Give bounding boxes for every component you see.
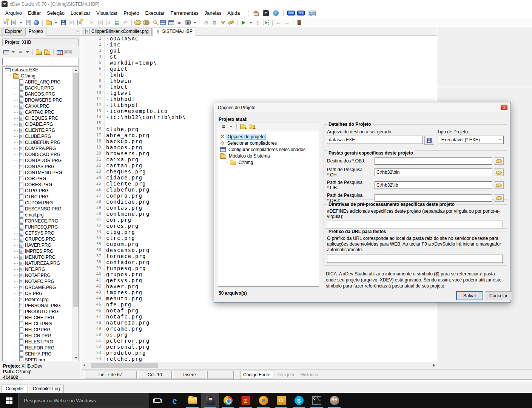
taskbar-app-firefox[interactable] — [254, 393, 272, 408]
tree-file-item[interactable]: IMPRES.PRG — [3, 248, 79, 254]
tree-file-item[interactable]: COMPRA.PRG — [3, 145, 79, 151]
tree-file-item[interactable]: CLIENTE.PRG — [3, 127, 79, 133]
tree-scrollbar[interactable] — [72, 67, 79, 361]
tree-file-item[interactable]: RELCP.PRG — [3, 327, 79, 333]
tree-file-item[interactable]: MENUTO.PRG — [3, 254, 79, 260]
tree-file-item[interactable]: RELCHE.PRG — [3, 315, 79, 321]
menu-ferramentas[interactable]: Ferramentas — [168, 9, 202, 17]
tree-file-item[interactable]: CARTAO.PRG — [3, 109, 79, 115]
add-folder-icon[interactable] — [35, 48, 43, 56]
cut-icon[interactable]: ✂ — [88, 19, 96, 26]
sidebar-collapse-button[interactable]: » — [76, 29, 79, 33]
close-icon[interactable]: x — [501, 105, 507, 110]
tree-file-item[interactable]: COR.PRG — [3, 176, 79, 182]
editor-tab[interactable]: SISTEMA.HBP — [153, 28, 196, 36]
taskbar-search[interactable]: Pesquisar na Web e no Windows — [18, 393, 149, 408]
tree-file-item[interactable]: BROWSERS.PRG — [3, 97, 79, 103]
taskbar-app-red-app[interactable]: Z — [237, 393, 254, 408]
tools-icon[interactable]: ⚒ — [219, 19, 227, 26]
compiler-tab-compiler[interactable]: Compiler — [2, 385, 28, 393]
scroll-thumb[interactable] — [73, 73, 79, 307]
start-button[interactable] — [0, 393, 18, 408]
tree-file-item[interactable]: CIDADE.PRG — [3, 121, 79, 127]
cancel-button[interactable]: Cancelar — [485, 291, 512, 300]
lines-icon[interactable]: ▤ — [113, 19, 121, 26]
tree-file-item[interactable]: CORES.PRG — [3, 182, 79, 188]
tree-file-item[interactable]: RELEST.PRG — [3, 339, 79, 345]
info-icon[interactable]: i — [272, 9, 279, 17]
editor-tab[interactable]: ClipperBlinker.xCompiler.prg — [82, 28, 152, 35]
tree-file-item[interactable]: NOTAF.PRG — [3, 272, 79, 278]
list-mode-icon[interactable]: ≡ — [220, 123, 227, 130]
chevron-collapsed-icon[interactable]: › — [227, 160, 228, 165]
dialog-tree-item[interactable]: ⚙Selecionar compiladores — [218, 140, 319, 146]
taskbar-app-xdev-studio[interactable] — [201, 393, 219, 408]
project-type-select[interactable]: Executável (*.EXE) ˅ — [439, 136, 504, 144]
menu-ajuda[interactable]: Ajuda — [224, 9, 243, 17]
target-file-input[interactable] — [327, 136, 423, 144]
replace-icon[interactable] — [151, 19, 158, 26]
tree-file-item[interactable]: DESCANSO.PRG — [3, 206, 79, 212]
tree-file-item[interactable]: OS.PRG — [3, 291, 79, 297]
tree-file-item[interactable]: PERSONAL.PRG — [3, 303, 79, 309]
taskbar-app-file-explorer[interactable] — [184, 393, 201, 408]
exit-icon[interactable] — [296, 19, 303, 26]
tree-file-item[interactable]: CLUBEFUN.PRG — [3, 139, 79, 145]
url-prefix-input[interactable] — [327, 255, 503, 263]
tree-file-item[interactable]: SPED.prg — [3, 357, 79, 361]
tree-file-item[interactable]: RELCLI.PRG — [3, 321, 79, 327]
browse-button[interactable] — [494, 168, 504, 176]
hscroll-thumb[interactable] — [91, 363, 158, 368]
path-input[interactable] — [375, 157, 492, 165]
run-icon[interactable] — [240, 19, 247, 26]
print-icon[interactable] — [159, 19, 167, 26]
copy-icon[interactable] — [97, 19, 104, 26]
task-view-button[interactable] — [149, 393, 166, 408]
capture-dropdown[interactable] — [193, 22, 196, 23]
tree-filter-input[interactable] — [2, 58, 79, 65]
project-view-icon[interactable] — [2, 48, 10, 56]
save-button[interactable]: Salvar — [456, 291, 483, 300]
debug-icon[interactable] — [262, 19, 270, 26]
tree-file-item[interactable]: CLUBE.PRG — [3, 133, 79, 139]
menu-executar[interactable]: Executar — [142, 9, 167, 17]
tree-file-item[interactable]: ABRE_ARQ.PRG — [3, 79, 79, 85]
editor-horizontal-scrollbar[interactable] — [81, 362, 437, 368]
tree-file-item[interactable]: CTRC.PRG — [3, 194, 79, 200]
stop-icon[interactable]: ! — [254, 19, 262, 26]
open-copy-dropdown[interactable] — [19, 22, 22, 23]
list-mode-icon[interactable]: ≡ — [17, 48, 24, 56]
scroll-up-button[interactable] — [73, 67, 79, 73]
tree-file-item[interactable]: NATUREZA.PRG — [3, 260, 79, 266]
preview-icon[interactable] — [167, 19, 175, 26]
sidebar-tab-explorer[interactable]: Explorer — [2, 28, 25, 35]
browse-button[interactable] — [494, 181, 504, 189]
console-badge[interactable]: C:\> — [297, 9, 305, 17]
menu-editar[interactable]: Editar — [25, 9, 44, 17]
tree-file-item[interactable]: PRODUTO.PRG — [3, 309, 79, 315]
tree-file-item[interactable]: GRUPOS.PRG — [3, 236, 79, 242]
view-tab-código-fonte[interactable]: Código Fonte — [240, 371, 273, 379]
marker-icon[interactable]: ● — [176, 19, 183, 26]
taskbar-app-edge[interactable]: e — [166, 393, 184, 408]
scroll-left-button[interactable] — [81, 362, 87, 368]
remove-folder-icon[interactable] — [248, 123, 256, 130]
remove-folder-icon[interactable] — [43, 48, 51, 56]
view-tab-histórico[interactable]: Histórico — [298, 371, 321, 379]
home-icon[interactable] — [252, 9, 260, 17]
build-icon[interactable]: ⚙ — [202, 19, 210, 26]
tree-file-item[interactable]: BACKUP.PRG — [3, 85, 79, 91]
save-icon[interactable] — [24, 19, 32, 26]
tree-file-item[interactable]: FORNECE.PRG — [3, 218, 79, 224]
taskbar-app-chrome[interactable] — [219, 393, 237, 408]
settings-icon[interactable]: ⚙ — [211, 19, 218, 26]
dbu-badge[interactable]: DBU — [287, 9, 295, 17]
tree-root-item[interactable]: datasac.EXE — [3, 67, 79, 73]
dialog-tree-item[interactable]: Configurar compiladores selecionados — [218, 146, 319, 153]
wizard-icon[interactable] — [262, 9, 270, 17]
grid-icon[interactable] — [56, 48, 63, 56]
compiler-tab-compiler-log[interactable]: Compiler Log — [29, 385, 64, 393]
taskbar-app-gimp[interactable] — [325, 393, 343, 408]
browse-button[interactable] — [494, 157, 504, 165]
list-mode-dropdown[interactable] — [26, 51, 29, 53]
